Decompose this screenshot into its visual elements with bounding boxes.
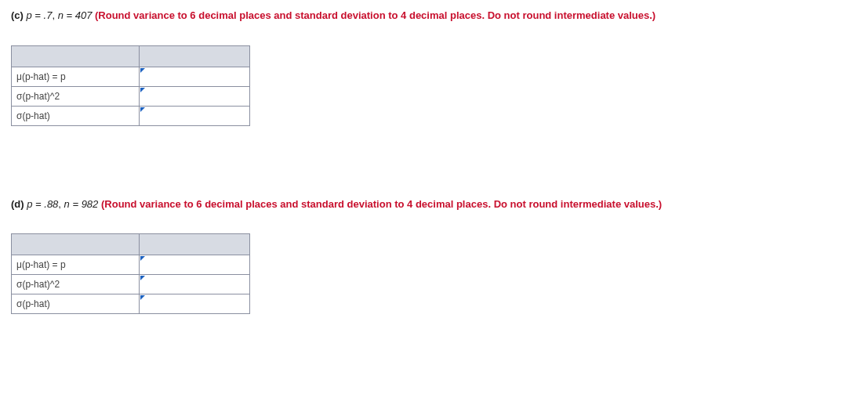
input-marker-icon <box>140 295 145 300</box>
row-label: μ(p-hat) = p <box>12 67 140 86</box>
header-blank-left <box>12 234 140 255</box>
variance-input[interactable] <box>140 87 249 106</box>
answer-cell[interactable] <box>140 275 250 294</box>
table-row: σ(p-hat) <box>12 106 250 125</box>
n-expr: n = 982 <box>64 198 99 210</box>
mu-input[interactable] <box>140 67 249 86</box>
instruction: (Round variance to 6 decimal places and … <box>101 198 662 210</box>
input-marker-icon <box>140 256 145 261</box>
answer-table-d: μ(p-hat) = p σ(p-hat)^2 σ(p-hat) <box>11 233 250 314</box>
table-row: σ(p-hat)^2 <box>12 275 250 294</box>
n-expr: n = 407 <box>58 9 93 21</box>
part-label: (d) <box>11 198 24 210</box>
p-expr: p = .88 <box>27 198 58 210</box>
instruction: (Round variance to 6 decimal places and … <box>95 9 656 21</box>
variance-input[interactable] <box>140 275 249 294</box>
prompt-d: (d) p = .88, n = 982 (Round variance to … <box>11 197 857 212</box>
answer-table-c: μ(p-hat) = p σ(p-hat)^2 σ(p-hat) <box>11 45 250 126</box>
answer-cell[interactable] <box>140 294 250 314</box>
input-marker-icon <box>140 88 145 92</box>
answer-cell[interactable] <box>140 67 250 86</box>
p-expr: p = .7 <box>27 9 53 21</box>
input-marker-icon <box>140 276 145 280</box>
table-row: μ(p-hat) = p <box>12 67 250 86</box>
input-marker-icon <box>140 107 145 112</box>
prompt-c: (c) p = .7, n = 407 (Round variance to 6… <box>11 8 857 23</box>
stddev-input[interactable] <box>140 107 249 125</box>
table-row: σ(p-hat) <box>12 294 250 314</box>
answer-cell[interactable] <box>140 86 250 106</box>
table-header-row <box>12 234 250 255</box>
table-row: σ(p-hat)^2 <box>12 86 250 106</box>
part-label: (c) <box>11 9 24 21</box>
problem-d: (d) p = .88, n = 982 (Round variance to … <box>11 197 857 315</box>
row-label: σ(p-hat) <box>12 294 140 314</box>
row-label: σ(p-hat)^2 <box>12 275 140 294</box>
header-blank-right <box>140 45 250 67</box>
table-header-row <box>12 45 250 67</box>
answer-cell[interactable] <box>140 255 250 275</box>
stddev-input[interactable] <box>140 294 249 313</box>
row-label: σ(p-hat)^2 <box>12 86 140 106</box>
input-marker-icon <box>140 68 145 73</box>
problem-c: (c) p = .7, n = 407 (Round variance to 6… <box>11 8 857 126</box>
answer-cell[interactable] <box>140 106 250 125</box>
mu-input[interactable] <box>140 255 249 274</box>
row-label: σ(p-hat) <box>12 106 140 125</box>
header-blank-right <box>140 234 250 255</box>
table-row: μ(p-hat) = p <box>12 255 250 275</box>
header-blank-left <box>12 45 140 67</box>
row-label: μ(p-hat) = p <box>12 255 140 275</box>
